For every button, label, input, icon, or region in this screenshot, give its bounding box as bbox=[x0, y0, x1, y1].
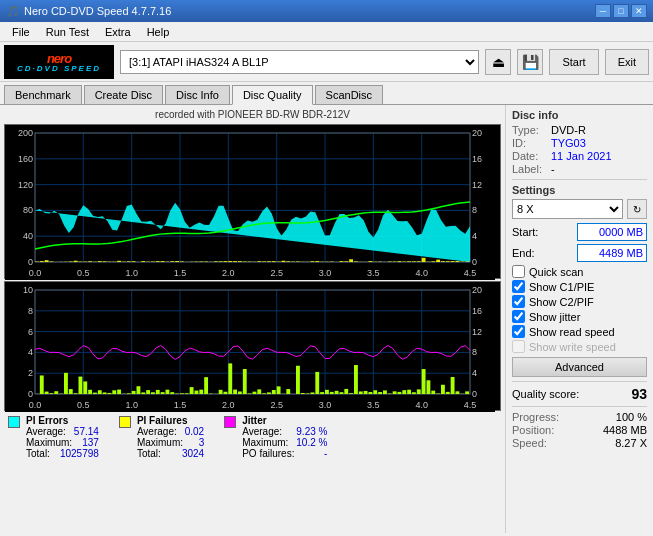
logo: nero CD·DVD SPEED bbox=[4, 45, 114, 79]
tab-scan-disc[interactable]: ScanDisc bbox=[315, 85, 383, 104]
end-row: End: bbox=[512, 244, 647, 262]
quality-score-value: 93 bbox=[631, 386, 647, 402]
disc-date-row: Date: 11 Jan 2021 bbox=[512, 150, 647, 162]
menu-file[interactable]: File bbox=[4, 24, 38, 40]
chart-title: recorded with PIONEER BD-RW BDR-212V bbox=[4, 109, 501, 120]
pi-failures-color bbox=[119, 416, 131, 428]
disc-type-value: DVD-R bbox=[551, 124, 586, 136]
show-c1pie-label[interactable]: Show C1/PIE bbox=[529, 281, 594, 293]
speed-row: Speed: 8.27 X bbox=[512, 437, 647, 449]
pi-errors-color bbox=[8, 416, 20, 428]
main-content: recorded with PIONEER BD-RW BDR-212V PI … bbox=[0, 105, 653, 533]
disc-label-label: Label: bbox=[512, 163, 547, 175]
jitter-po-value: - bbox=[324, 448, 327, 459]
pi-failures-max-value: 3 bbox=[199, 437, 205, 448]
logo-bottom: CD·DVD SPEED bbox=[17, 64, 101, 73]
disc-label-value: - bbox=[551, 163, 555, 175]
minimize-button[interactable]: ─ bbox=[595, 4, 611, 18]
start-row: Start: bbox=[512, 223, 647, 241]
quick-scan-checkbox[interactable] bbox=[512, 265, 525, 278]
pi-failures-total-label: Total: bbox=[137, 448, 161, 459]
disc-type-row: Type: DVD-R bbox=[512, 124, 647, 136]
menu-run-test[interactable]: Run Test bbox=[38, 24, 97, 40]
title-bar-buttons: ─ □ ✕ bbox=[595, 4, 647, 18]
show-write-speed-label: Show write speed bbox=[529, 341, 616, 353]
show-jitter-row: Show jitter bbox=[512, 310, 647, 323]
jitter-avg-value: 9.23 % bbox=[296, 426, 327, 437]
position-row: Position: 4488 MB bbox=[512, 424, 647, 436]
pi-failures-total-value: 3024 bbox=[182, 448, 204, 459]
title-bar-left: 🎵 Nero CD-DVD Speed 4.7.7.16 bbox=[6, 5, 171, 18]
jitter-po-label: PO failures: bbox=[242, 448, 294, 459]
show-jitter-label[interactable]: Show jitter bbox=[529, 311, 580, 323]
close-button[interactable]: ✕ bbox=[631, 4, 647, 18]
disc-label-row: Label: - bbox=[512, 163, 647, 175]
tab-benchmark[interactable]: Benchmark bbox=[4, 85, 82, 104]
disc-id-row: ID: TYG03 bbox=[512, 137, 647, 149]
jitter-color bbox=[224, 416, 236, 428]
disc-id-label: ID: bbox=[512, 137, 547, 149]
speed-select[interactable]: 8 X bbox=[512, 199, 623, 219]
disc-info-title: Disc info bbox=[512, 109, 647, 121]
tab-disc-info[interactable]: Disc Info bbox=[165, 85, 230, 104]
disc-type-label: Type: bbox=[512, 124, 547, 136]
pi-errors-total-value: 1025798 bbox=[60, 448, 99, 459]
pi-failures-max-label: Maximum: bbox=[137, 437, 183, 448]
refresh-button[interactable]: ↻ bbox=[627, 199, 647, 219]
show-write-speed-checkbox bbox=[512, 340, 525, 353]
disc-date-label: Date: bbox=[512, 150, 547, 162]
toolbar: nero CD·DVD SPEED [3:1] ATAPI iHAS324 A … bbox=[0, 42, 653, 82]
progress-row: Progress: 100 % bbox=[512, 411, 647, 423]
show-c2pif-label[interactable]: Show C2/PIF bbox=[529, 296, 594, 308]
speed-row: 8 X ↻ bbox=[512, 199, 647, 219]
maximize-button[interactable]: □ bbox=[613, 4, 629, 18]
legend-pi-failures: PI Failures Average: 0.02 Maximum: 3 Tot… bbox=[119, 415, 204, 459]
show-write-speed-row: Show write speed bbox=[512, 340, 647, 353]
legend-pi-errors: PI Errors Average: 57.14 Maximum: 137 To… bbox=[8, 415, 99, 459]
pi-errors-label: PI Errors bbox=[26, 415, 99, 426]
show-c2pif-checkbox[interactable] bbox=[512, 295, 525, 308]
app-icon: 🎵 bbox=[6, 5, 20, 18]
drive-select[interactable]: [3:1] ATAPI iHAS324 A BL1P bbox=[120, 50, 479, 74]
lower-chart bbox=[4, 281, 501, 411]
eject-button[interactable]: ⏏ bbox=[485, 49, 511, 75]
quality-score-label: Quality score: bbox=[512, 388, 579, 400]
divider-3 bbox=[512, 406, 647, 407]
quick-scan-label[interactable]: Quick scan bbox=[529, 266, 583, 278]
show-read-speed-row: Show read speed bbox=[512, 325, 647, 338]
quick-scan-row: Quick scan bbox=[512, 265, 647, 278]
pi-errors-avg-value: 57.14 bbox=[74, 426, 99, 437]
speed-label: Speed: bbox=[512, 437, 547, 449]
jitter-avg-label: Average: bbox=[242, 426, 282, 437]
show-jitter-checkbox[interactable] bbox=[512, 310, 525, 323]
save-button[interactable]: 💾 bbox=[517, 49, 543, 75]
tab-create-disc[interactable]: Create Disc bbox=[84, 85, 163, 104]
legend: PI Errors Average: 57.14 Maximum: 137 To… bbox=[4, 413, 501, 461]
upper-chart bbox=[4, 124, 501, 279]
tab-disc-quality[interactable]: Disc Quality bbox=[232, 85, 313, 105]
end-input[interactable] bbox=[577, 244, 647, 262]
start-input[interactable] bbox=[577, 223, 647, 241]
progress-value: 100 % bbox=[616, 411, 647, 423]
show-read-speed-checkbox[interactable] bbox=[512, 325, 525, 338]
pi-failures-avg-value: 0.02 bbox=[185, 426, 204, 437]
show-c1pie-checkbox[interactable] bbox=[512, 280, 525, 293]
position-value: 4488 MB bbox=[603, 424, 647, 436]
jitter-label: Jitter bbox=[242, 415, 327, 426]
menu-bar: File Run Test Extra Help bbox=[0, 22, 653, 42]
jitter-max-label: Maximum: bbox=[242, 437, 288, 448]
advanced-button[interactable]: Advanced bbox=[512, 357, 647, 377]
divider-2 bbox=[512, 381, 647, 382]
end-label: End: bbox=[512, 247, 535, 259]
pi-failures-avg-label: Average: bbox=[137, 426, 177, 437]
disc-id-value: TYG03 bbox=[551, 137, 586, 149]
show-c1pie-row: Show C1/PIE bbox=[512, 280, 647, 293]
exit-button[interactable]: Exit bbox=[605, 49, 649, 75]
speed-value: 8.27 X bbox=[615, 437, 647, 449]
divider-1 bbox=[512, 179, 647, 180]
menu-extra[interactable]: Extra bbox=[97, 24, 139, 40]
start-button[interactable]: Start bbox=[549, 49, 598, 75]
menu-help[interactable]: Help bbox=[139, 24, 178, 40]
show-read-speed-label[interactable]: Show read speed bbox=[529, 326, 615, 338]
disc-date-value: 11 Jan 2021 bbox=[551, 150, 612, 162]
